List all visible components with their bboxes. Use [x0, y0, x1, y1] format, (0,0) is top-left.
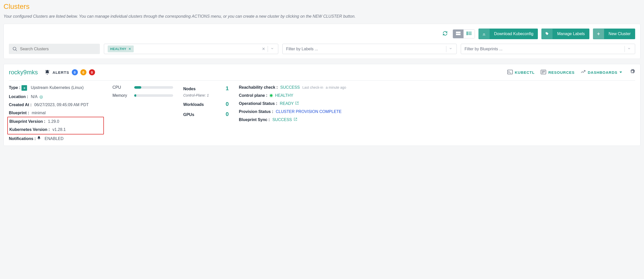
- resources-link[interactable]: RESOURCES: [541, 70, 574, 75]
- cluster-card: rocky9mks ALERTS 0 0 0 KUBECTL RESOURCES…: [4, 64, 640, 146]
- labels-filter[interactable]: Filter by Labels ...: [282, 44, 457, 54]
- target-icon: ◎: [39, 95, 43, 99]
- search-input[interactable]: [20, 47, 96, 51]
- chart-icon: [581, 70, 586, 74]
- operational-status-link[interactable]: READY: [280, 101, 299, 106]
- download-icon: [482, 32, 486, 36]
- settings-button[interactable]: [630, 69, 635, 76]
- location-row: Location : N/A ◎: [9, 94, 102, 99]
- notifications-row: Notifications : ENABLED: [9, 136, 102, 141]
- list-box-icon: [541, 70, 546, 74]
- reachability-row: Reachability check : SUCCESS Last check-…: [239, 85, 635, 90]
- external-link-icon: [295, 101, 299, 105]
- labels-filter-chevron[interactable]: [447, 47, 454, 51]
- svg-point-6: [467, 34, 467, 35]
- blueprints-filter-chevron[interactable]: [625, 47, 633, 51]
- status-dot-icon: [270, 94, 272, 97]
- terminal-icon: [507, 70, 513, 74]
- cpu-bar: [134, 86, 173, 89]
- alerts-info-pill[interactable]: 0: [72, 69, 78, 75]
- svg-point-4: [467, 33, 467, 34]
- external-link-icon: [294, 118, 297, 121]
- blueprint-row: Blueprint : minimal: [9, 111, 102, 115]
- health-filter[interactable]: HEALTHY ✕ ✕: [104, 44, 278, 54]
- labels-filter-placeholder: Filter by Labels ...: [286, 47, 318, 51]
- provision-status-link[interactable]: CLUSTER PROVISION COMPLETE: [276, 109, 342, 114]
- health-chip-label: HEALTHY: [110, 47, 126, 51]
- chevron-down-icon: [449, 47, 452, 50]
- chevron-down-icon: [627, 47, 631, 50]
- chevron-down-icon: [270, 47, 274, 50]
- dashboards-label: DASHBOARDS: [588, 70, 617, 75]
- cluster-name-link[interactable]: rocky9mks: [9, 69, 38, 76]
- gear-icon: [630, 69, 635, 74]
- view-card-button[interactable]: [453, 30, 464, 38]
- page-subtitle: Your configured Clusters are listed belo…: [4, 14, 640, 19]
- cluster-header: rocky9mks ALERTS 0 0 0 KUBECTL RESOURCES…: [9, 69, 635, 81]
- refresh-button[interactable]: [441, 29, 449, 39]
- control-plane-sub: Control-Plane: 1: [183, 93, 229, 97]
- manage-labels-button[interactable]: Manage Labels: [541, 29, 589, 39]
- alerts-warn-pill[interactable]: 0: [80, 69, 86, 75]
- download-kubeconfig-label: Download Kubeconfig: [490, 29, 538, 39]
- svg-rect-1: [456, 34, 461, 35]
- counts-column: Nodes 1 Control-Plane: 1 Workloads 0 GPU…: [183, 85, 229, 141]
- filter-card: Download Kubeconfig Manage Labels New Cl…: [4, 24, 640, 59]
- blueprints-filter[interactable]: Filter by Blueprints ...: [461, 44, 635, 54]
- cpu-row: CPU: [112, 85, 173, 90]
- kubectl-link[interactable]: KUBECTL: [507, 70, 535, 75]
- refresh-icon: [443, 31, 448, 36]
- svg-point-11: [13, 47, 16, 50]
- alerts-group: ALERTS 0 0 0: [44, 69, 95, 75]
- view-toggle: [453, 29, 475, 38]
- k8s-version-row: Kubernetes Version : v1.28.1: [9, 127, 102, 132]
- resources-label: RESOURCES: [548, 70, 574, 75]
- caret-down-icon: [619, 71, 622, 74]
- search-icon: [12, 46, 17, 52]
- meta-column: Type : ⎈ Upstream Kubernetes (Linux) Loc…: [9, 85, 102, 141]
- new-cluster-button[interactable]: New Cluster: [593, 29, 635, 39]
- health-filter-chevron[interactable]: [268, 47, 276, 51]
- k8s-icon: ⎈: [21, 85, 27, 91]
- bell-icon: [44, 69, 50, 75]
- svg-marker-19: [619, 72, 622, 73]
- manage-labels-label: Manage Labels: [553, 29, 589, 39]
- tag-icon: [545, 32, 549, 36]
- search-box[interactable]: [9, 44, 100, 54]
- health-chip[interactable]: HEALTHY ✕: [108, 45, 134, 52]
- workloads-row: Workloads 0: [183, 101, 229, 107]
- plus-icon: [596, 32, 601, 36]
- created-row: Created At : 06/27/2023, 09:45:09 AM PDT: [9, 103, 102, 107]
- blueprint-sync-row: Blueprint Sync : SUCCESS: [239, 118, 635, 122]
- dashboards-link[interactable]: DASHBOARDS: [581, 70, 622, 75]
- new-cluster-label: New Cluster: [604, 29, 635, 39]
- view-list-icon: [467, 32, 472, 35]
- svg-point-2: [467, 32, 467, 33]
- control-plane-row: Control plane : HEALTHY: [239, 93, 635, 98]
- svg-rect-0: [456, 32, 461, 33]
- alerts-error-pill[interactable]: 0: [89, 69, 95, 75]
- filter-row: HEALTHY ✕ ✕ Filter by Labels ... Filter …: [9, 44, 635, 54]
- page-title: Clusters: [4, 3, 640, 11]
- svg-rect-13: [508, 70, 513, 74]
- memory-row: Memory: [112, 93, 173, 98]
- view-list-button[interactable]: [464, 30, 475, 38]
- blueprint-version-row: Blueprint Version : 1.29.0: [9, 119, 102, 124]
- type-row: Type : ⎈ Upstream Kubernetes (Linux): [9, 85, 102, 91]
- memory-bar: [134, 94, 173, 97]
- kubectl-label: KUBECTL: [515, 70, 535, 75]
- bell-small-icon: [37, 136, 42, 141]
- download-kubeconfig-button[interactable]: Download Kubeconfig: [478, 29, 538, 39]
- cluster-body: Type : ⎈ Upstream Kubernetes (Linux) Loc…: [9, 85, 635, 141]
- health-chip-remove[interactable]: ✕: [128, 47, 131, 51]
- blueprint-sync-link[interactable]: SUCCESS: [272, 118, 297, 122]
- blueprints-filter-placeholder: Filter by Blueprints ...: [465, 47, 502, 51]
- health-filter-clear[interactable]: ✕: [260, 46, 267, 51]
- gpus-row: GPUs 0: [183, 111, 229, 118]
- operational-status-row: Operational Status : READY: [239, 101, 635, 106]
- alerts-label: ALERTS: [53, 70, 69, 75]
- status-column: Reachability check : SUCCESS Last check-…: [239, 85, 635, 141]
- version-highlight-box: Blueprint Version : 1.29.0 Kubernetes Ve…: [7, 117, 104, 134]
- nodes-row: Nodes 1: [183, 85, 229, 92]
- provision-status-row: Provision Status : CLUSTER PROVISION COM…: [239, 109, 635, 114]
